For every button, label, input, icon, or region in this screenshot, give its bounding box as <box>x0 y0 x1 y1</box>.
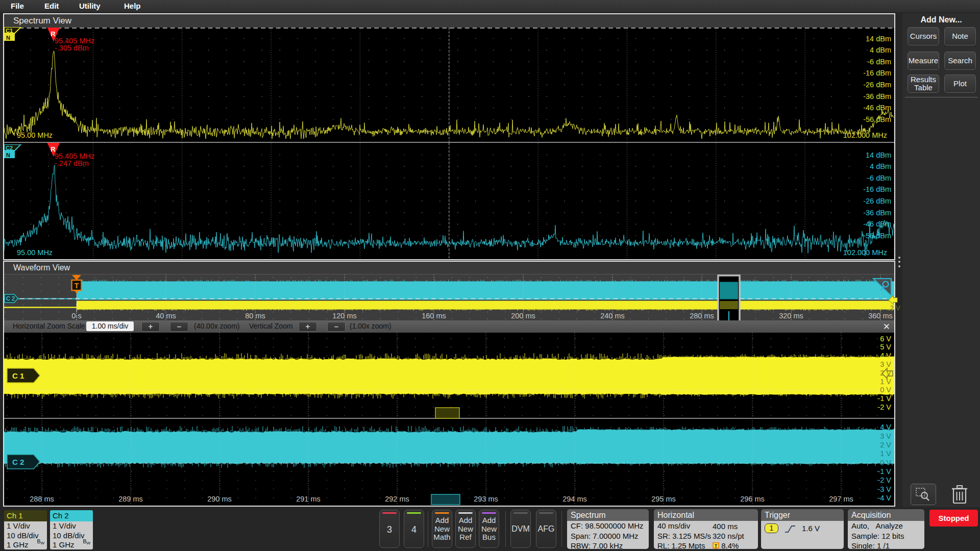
svg-text:-26 dBm: -26 dBm <box>863 197 891 205</box>
svg-text:-56 dBm: -56 dBm <box>863 115 891 123</box>
svg-text:5 V: 5 V <box>880 343 891 351</box>
svg-text:290 ms: 290 ms <box>207 495 232 503</box>
svg-text:T: T <box>75 282 79 290</box>
svg-text:-.305 dBm: -.305 dBm <box>55 44 89 52</box>
svg-text:1 V: 1 V <box>880 378 891 386</box>
svg-text:-56 dBm: -56 dBm <box>863 232 891 240</box>
svg-text:14 dBm: 14 dBm <box>866 151 891 159</box>
svg-text:289 ms: 289 ms <box>118 495 143 503</box>
svg-text:-6 dBm: -6 dBm <box>867 174 891 182</box>
svg-text:0 V: 0 V <box>880 459 891 467</box>
svg-text:296 ms: 296 ms <box>740 495 765 503</box>
svg-text:0 s: 0 s <box>71 312 81 320</box>
svg-text:-2 V: -2 V <box>877 476 891 484</box>
svg-text:C 2: C 2 <box>12 458 24 466</box>
svg-text:C1: C1 <box>6 28 13 34</box>
svg-text:C 2: C 2 <box>6 295 15 302</box>
svg-text:0 V: 0 V <box>880 386 891 394</box>
svg-text:40 ms: 40 ms <box>156 312 176 320</box>
svg-text:1 V: 1 V <box>880 449 891 458</box>
svg-text:240 ms: 240 ms <box>600 312 625 320</box>
svg-text:120 ms: 120 ms <box>332 312 357 320</box>
svg-text:297 ms: 297 ms <box>829 495 853 503</box>
svg-text:-1 V: -1 V <box>877 467 891 475</box>
svg-text:6 V: 6 V <box>880 335 891 343</box>
svg-text:-4 V: -4 V <box>877 494 891 502</box>
svg-text:-46 dBm: -46 dBm <box>863 104 891 112</box>
svg-text:4 V: 4 V <box>880 423 891 431</box>
svg-text:-16 dBm: -16 dBm <box>863 69 891 77</box>
svg-text:2 V: 2 V <box>880 441 891 449</box>
svg-text:N: N <box>6 152 10 158</box>
svg-text:80 ms: 80 ms <box>245 312 265 320</box>
svg-text:291 ms: 291 ms <box>296 495 321 503</box>
svg-text:-6 dBm: -6 dBm <box>867 58 891 66</box>
svg-text:-36 dBm: -36 dBm <box>863 92 891 101</box>
svg-text:-26 dBm: -26 dBm <box>863 81 891 89</box>
svg-text:293 ms: 293 ms <box>474 495 498 503</box>
svg-text:295 ms: 295 ms <box>651 495 676 503</box>
svg-text:N: N <box>6 35 10 41</box>
svg-text:-16 dBm: -16 dBm <box>863 185 891 193</box>
svg-text:102.000 MHz: 102.000 MHz <box>843 248 887 257</box>
svg-text:14 dBm: 14 dBm <box>866 35 891 43</box>
svg-text:3 V: 3 V <box>880 432 891 440</box>
svg-text:-2 V: -2 V <box>877 403 891 411</box>
svg-text:-.247 dBm: -.247 dBm <box>55 159 89 167</box>
svg-text:-3 V: -3 V <box>877 485 891 493</box>
svg-text:-1 V: -1 V <box>877 394 891 403</box>
svg-text:-36 dBm: -36 dBm <box>863 209 891 217</box>
svg-text:160 ms: 160 ms <box>422 312 446 320</box>
svg-text:2 V: 2 V <box>890 304 900 312</box>
svg-text:280 ms: 280 ms <box>690 312 714 320</box>
svg-text:95.00 MHz: 95.00 MHz <box>17 248 53 257</box>
svg-text:292 ms: 292 ms <box>385 495 409 503</box>
svg-text:320 ms: 320 ms <box>779 312 803 320</box>
svg-text:4 V: 4 V <box>880 352 891 360</box>
svg-text:288 ms: 288 ms <box>30 495 54 503</box>
svg-text:3 V: 3 V <box>880 360 891 368</box>
svg-text:200 ms: 200 ms <box>511 312 535 320</box>
svg-text:C 1: C 1 <box>12 371 24 380</box>
svg-text:C2: C2 <box>6 145 13 151</box>
svg-text:102.000 MHz: 102.000 MHz <box>843 131 887 139</box>
svg-text:360 ms: 360 ms <box>868 312 893 320</box>
svg-text:T: T <box>715 543 718 548</box>
svg-text:4 dBm: 4 dBm <box>870 46 891 54</box>
svg-text:95.00 MHz: 95.00 MHz <box>17 131 53 139</box>
svg-text:4 dBm: 4 dBm <box>870 162 891 170</box>
svg-text:-46 dBm: -46 dBm <box>863 220 891 228</box>
svg-text:294 ms: 294 ms <box>562 495 587 503</box>
